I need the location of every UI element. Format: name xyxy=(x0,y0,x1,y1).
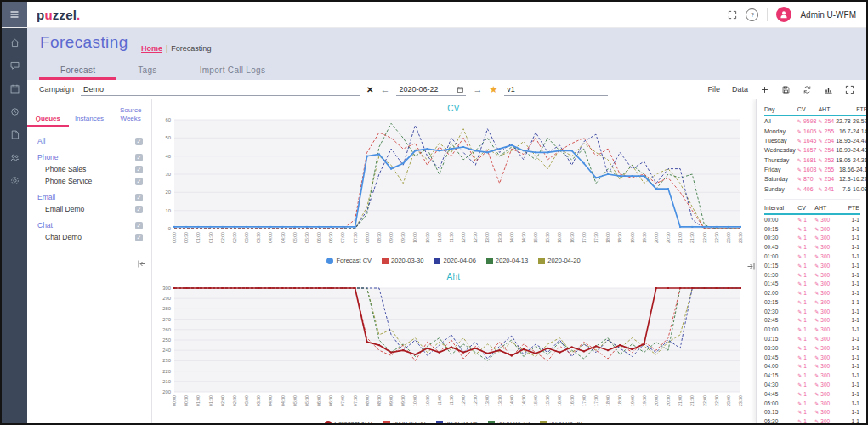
queue-item-checkbox[interactable]: ✓ xyxy=(135,166,143,173)
edit-icon[interactable]: ✎ xyxy=(814,355,819,360)
edit-icon[interactable]: ✎ xyxy=(797,254,802,259)
edit-icon[interactable]: ✎ xyxy=(814,273,819,278)
expand-right-panel-icon[interactable] xyxy=(746,259,756,275)
edit-icon[interactable]: ✎ xyxy=(797,291,802,296)
queue-item-checkbox[interactable]: ✓ xyxy=(135,234,143,241)
settings-icon[interactable] xyxy=(9,175,20,186)
edit-icon[interactable]: ✎ xyxy=(797,273,802,278)
queue-item-checkbox[interactable]: ✓ xyxy=(135,222,143,230)
edit-icon[interactable]: ✎ xyxy=(814,346,819,351)
edit-icon[interactable]: ✎ xyxy=(797,382,802,388)
edit-icon[interactable]: ✎ xyxy=(797,139,802,144)
edit-icon[interactable]: ✎ xyxy=(818,139,822,144)
edit-icon[interactable]: ✎ xyxy=(797,410,802,415)
edit-icon[interactable]: ✎ xyxy=(797,355,802,360)
edit-icon[interactable]: ✎ xyxy=(814,337,819,342)
edit-icon[interactable]: ✎ xyxy=(814,281,819,286)
edit-icon[interactable]: ✎ xyxy=(797,281,802,286)
breadcrumb-home-link[interactable]: Home xyxy=(141,44,162,53)
queue-item-checkbox[interactable]: ✓ xyxy=(135,154,143,162)
edit-icon[interactable]: ✎ xyxy=(814,364,819,369)
edit-icon[interactable]: ✎ xyxy=(814,401,819,406)
edit-icon[interactable]: ✎ xyxy=(797,148,802,153)
legend-item-2020-04-20[interactable]: 2020-04-20 xyxy=(540,420,582,423)
legend-item-2020-04-13[interactable]: 2020-04-13 xyxy=(486,257,528,264)
edit-icon[interactable]: ✎ xyxy=(797,264,802,269)
cv-chart-plot[interactable]: 010203040506000:0000:3001:0001:3002:0002… xyxy=(152,116,755,255)
edit-icon[interactable]: ✎ xyxy=(797,177,802,182)
aht-chart-plot[interactable]: 20021022023024025026027028029030000:0000… xyxy=(152,284,755,418)
edit-icon[interactable]: ✎ xyxy=(797,129,802,134)
legend-item-2020-04-06[interactable]: 2020-04-06 xyxy=(436,420,478,423)
edit-icon[interactable]: ✎ xyxy=(797,119,802,124)
chart-icon[interactable] xyxy=(824,85,833,94)
edit-icon[interactable]: ✎ xyxy=(814,309,819,314)
edit-icon[interactable]: ✎ xyxy=(797,346,802,351)
legend-item-2020-03-30[interactable]: 2020-03-30 xyxy=(383,420,425,423)
legend-item-2020-04-13[interactable]: 2020-04-13 xyxy=(488,420,530,423)
users-icon[interactable] xyxy=(9,152,20,163)
add-icon[interactable] xyxy=(760,85,769,94)
version-input[interactable] xyxy=(504,82,608,96)
edit-icon[interactable]: ✎ xyxy=(814,300,819,305)
legend-item-forecast-cv[interactable]: Forecast CV xyxy=(326,257,372,264)
edit-icon[interactable]: ✎ xyxy=(797,309,802,314)
clear-campaign-button[interactable]: ✕ xyxy=(366,85,373,94)
tab-source-weeks[interactable]: Source Weeks xyxy=(110,104,151,127)
edit-icon[interactable]: ✎ xyxy=(797,318,802,323)
edit-icon[interactable]: ✎ xyxy=(814,392,819,397)
edit-icon[interactable]: ✎ xyxy=(797,419,802,423)
edit-icon[interactable]: ✎ xyxy=(814,254,819,259)
edit-icon[interactable]: ✎ xyxy=(797,158,802,163)
next-date-button[interactable]: → xyxy=(473,84,482,94)
legend-item-2020-03-30[interactable]: 2020-03-30 xyxy=(382,257,423,264)
document-icon[interactable] xyxy=(9,129,20,140)
edit-icon[interactable]: ✎ xyxy=(797,401,802,406)
help-icon[interactable]: ? xyxy=(746,8,758,21)
avatar[interactable] xyxy=(776,7,791,22)
queue-item-checkbox[interactable]: ✓ xyxy=(135,206,143,213)
edit-icon[interactable]: ✎ xyxy=(797,373,802,378)
edit-icon[interactable]: ✎ xyxy=(797,227,802,232)
campaign-input[interactable] xyxy=(81,82,360,96)
clock-icon[interactable] xyxy=(9,106,20,117)
tab-forecast[interactable]: Forecast xyxy=(39,60,116,80)
edit-icon[interactable]: ✎ xyxy=(814,245,819,250)
edit-icon[interactable]: ✎ xyxy=(797,364,802,369)
edit-icon[interactable]: ✎ xyxy=(818,177,822,182)
tab-instances[interactable]: Instances xyxy=(69,112,111,128)
edit-icon[interactable]: ✎ xyxy=(814,410,819,415)
edit-icon[interactable]: ✎ xyxy=(814,419,819,423)
edit-icon[interactable]: ✎ xyxy=(797,300,802,305)
save-icon[interactable] xyxy=(781,85,791,94)
edit-icon[interactable]: ✎ xyxy=(818,167,822,173)
file-menu-button[interactable]: File xyxy=(707,85,720,94)
edit-icon[interactable]: ✎ xyxy=(814,227,819,232)
edit-icon[interactable]: ✎ xyxy=(797,245,802,250)
chat-icon[interactable] xyxy=(9,60,20,71)
edit-icon[interactable]: ✎ xyxy=(797,392,802,397)
edit-icon[interactable]: ✎ xyxy=(818,129,822,134)
queue-item-checkbox[interactable]: ✓ xyxy=(135,138,143,145)
edit-icon[interactable]: ✎ xyxy=(818,148,822,153)
edit-icon[interactable]: ✎ xyxy=(797,337,802,342)
fullscreen-icon[interactable] xyxy=(845,85,854,94)
edit-icon[interactable]: ✎ xyxy=(797,235,802,241)
tab-queues[interactable]: Queues xyxy=(27,112,69,128)
edit-icon[interactable]: ✎ xyxy=(814,318,819,323)
date-input[interactable] xyxy=(396,82,466,96)
tab-tags[interactable]: Tags xyxy=(116,60,178,80)
edit-icon[interactable]: ✎ xyxy=(814,218,819,223)
calendar-icon[interactable] xyxy=(9,83,20,94)
edit-icon[interactable]: ✎ xyxy=(818,119,822,124)
favorite-star-icon[interactable]: ★ xyxy=(489,84,497,95)
prev-date-button[interactable]: ← xyxy=(380,84,389,94)
queue-item-checkbox[interactable]: ✓ xyxy=(135,178,143,185)
collapse-left-panel-icon[interactable] xyxy=(137,257,146,272)
queue-item-checkbox[interactable]: ✓ xyxy=(135,194,143,201)
legend-item-2020-04-06[interactable]: 2020-04-06 xyxy=(434,257,475,264)
edit-icon[interactable]: ✎ xyxy=(814,327,819,332)
edit-icon[interactable]: ✎ xyxy=(814,264,819,269)
legend-item-forecast-aht[interactable]: Forecast AHT xyxy=(325,420,373,423)
edit-icon[interactable]: ✎ xyxy=(797,218,802,223)
